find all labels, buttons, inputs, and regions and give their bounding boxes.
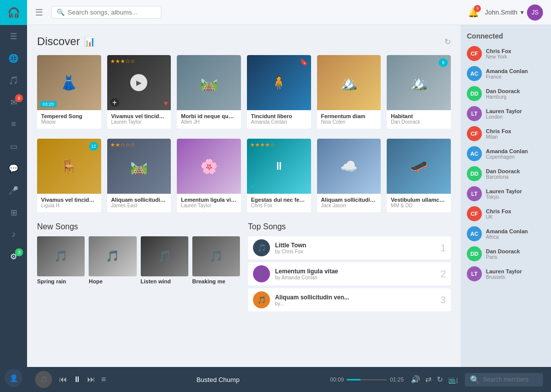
sidebar-item-mic[interactable]: 🎤 <box>0 179 27 201</box>
album-card-egestas[interactable]: ⏸ ★★★★☆ ✔ ♡ Egestas dui nec ferment... C… <box>247 139 311 212</box>
sidebar-item-tv[interactable]: ▭ <box>0 135 27 157</box>
album-card-tincidunt[interactable]: 🧍 🔖 Tincidunt libero Amanda Conlan <box>247 55 311 129</box>
search-members-input[interactable] <box>483 376 538 383</box>
album-card-vestibulum[interactable]: 🛹 Vestibulum ullamcorper MM & DD <box>387 139 451 212</box>
volume-icon[interactable]: 🔊 <box>411 375 420 384</box>
top-songs-section: Top Songs 🎵 Little Town by Chris Fox 1 🎵 <box>248 222 451 311</box>
new-song-name: Listen wind <box>141 278 188 284</box>
sidebar-item-music[interactable]: 🎵 <box>0 69 27 91</box>
album-badge: 6 <box>439 58 448 67</box>
contact-item-10[interactable]: DD Dan Doorack Paris <box>467 246 545 261</box>
contact-item-2[interactable]: DD Dan Doorack Hamburg <box>467 86 545 101</box>
contact-info: Amanda Conlan Copenhagen <box>486 148 528 160</box>
sidebar-item-grid[interactable]: ⊞ <box>0 201 27 223</box>
contact-item-1[interactable]: AC Amanda Conlan France <box>467 66 545 81</box>
sidebar-avatar-icon: 👤 <box>10 374 18 382</box>
contact-location: Barcelona <box>486 174 520 180</box>
fav-icon[interactable]: ♡ <box>302 183 308 191</box>
album-card-morbi[interactable]: 🛤️ Morbi id neque quam li... Allen JH <box>177 55 241 129</box>
album-card-aliquam1[interactable]: 🛤️ ★★☆☆☆ Aliquam sollicitudin ven... Jam… <box>107 139 171 212</box>
top-song-aliquam[interactable]: 🎵 Aliquam sollicitudin ven... by... 3 <box>248 288 451 311</box>
contact-item-11[interactable]: LT Lauren Taylor Brussels <box>467 266 545 281</box>
user-info[interactable]: John.Smith ▾ JS <box>485 5 543 21</box>
album-card-habitant[interactable]: 🏔️ 6 Habitant Dan Doorack <box>387 55 451 129</box>
sidebar-item-settings[interactable]: ⚙ 3 <box>0 245 27 267</box>
bottom-sections: New Songs 🎵 Spring rain 🎵 Hope 🎵 List <box>37 222 451 311</box>
rewind-button[interactable]: ⏮ <box>59 375 67 384</box>
topbar-menu-icon[interactable]: ☰ <box>35 7 43 18</box>
pause-button[interactable]: ⏸ <box>73 375 81 384</box>
shuffle-icon[interactable]: ⇄ <box>425 375 432 384</box>
contact-item-5[interactable]: AC Amanda Conlan Copenhagen <box>467 146 545 161</box>
contact-item-9[interactable]: AC Amanda Conlan Africa <box>467 226 545 241</box>
contact-item-7[interactable]: LT Lauren Taylor Tokyo <box>467 186 545 201</box>
contact-location: Hamburg <box>486 94 520 100</box>
play-icon[interactable]: ▶ <box>130 74 147 91</box>
search-bar[interactable]: 🔍 <box>51 6 161 19</box>
contact-info: Chris Fox UK <box>486 208 511 220</box>
contact-item-0[interactable]: CF Chris Fox New York <box>467 46 545 61</box>
contact-avatar: CF <box>467 46 482 61</box>
search-input[interactable] <box>68 9 156 16</box>
repeat-icon[interactable]: ↻ <box>437 375 443 384</box>
search-members-bar[interactable]: 🔍 <box>465 373 543 386</box>
new-songs-title: New Songs <box>37 222 240 231</box>
forward-button[interactable]: ⏭ <box>87 375 95 384</box>
player-icons: 🔊 ⇄ ↻ 📺 <box>411 375 458 384</box>
mail-badge: 6 <box>15 94 23 102</box>
chevron-down-icon: ▾ <box>520 9 524 16</box>
notification-bell[interactable]: 🔔 3 <box>468 7 479 18</box>
album-card-vivamus1[interactable]: ▶ ★★★☆☆ + ♥ Vivamus vel tincidunt li... … <box>107 55 171 129</box>
album-info: Egestas dui nec ferment... Chris Fox <box>247 194 311 212</box>
sidebar-item-globe[interactable]: 🌐 <box>0 47 27 69</box>
sidebar-item-chat[interactable]: 💬 <box>0 157 27 179</box>
contact-item-3[interactable]: LT Lauren Taylor London <box>467 106 545 121</box>
contact-info: Lauren Taylor Tokyo <box>486 188 522 200</box>
album-thumb-bg: 🛹 <box>387 139 451 194</box>
new-song-spring-rain[interactable]: 🎵 Spring rain <box>37 236 85 284</box>
sidebar-item-mail[interactable]: ✉ 6 <box>0 91 27 113</box>
heart-icon[interactable]: ♥ <box>164 99 168 107</box>
new-song-thumb: 🎵 <box>192 236 240 276</box>
new-song-thumb: 🎵 <box>89 236 136 276</box>
sidebar-user-avatar[interactable]: 👤 <box>5 369 23 387</box>
sidebar-logo[interactable]: 🎧 <box>0 0 27 25</box>
contact-name: Chris Fox <box>486 208 511 214</box>
sidebar-item-note[interactable]: ♪ <box>0 223 27 245</box>
top-song-info: Aliquam sollicitudin ven... by... <box>275 294 435 306</box>
album-stars: ★★★☆☆ <box>110 58 135 65</box>
album-card-fermentum[interactable]: 🏔️ Fermentum diam Nisa Colen <box>317 55 381 129</box>
sidebar-item-list[interactable]: ≡ <box>0 113 27 135</box>
contact-item-8[interactable]: CF Chris Fox UK <box>467 206 545 221</box>
chart-icon: 📊 <box>84 36 95 47</box>
contact-item-4[interactable]: CF Chris Fox Milan <box>467 126 545 141</box>
new-song-breaking-me[interactable]: 🎵 Breaking me <box>192 236 240 284</box>
top-song-little-town[interactable]: 🎵 Little Town by Chris Fox 1 <box>248 236 451 259</box>
new-song-name: Hope <box>89 278 136 284</box>
sidebar-item-menu[interactable]: ☰ <box>0 25 27 47</box>
top-song-lementum[interactable]: 🎵 Lementum ligula vitae by Amanda Conlan… <box>248 262 451 285</box>
top-song-artist: by... <box>275 301 435 306</box>
album-name: Vivamus vel tincidunt li... <box>41 197 97 203</box>
refresh-icon[interactable]: ↻ <box>444 37 451 47</box>
player-controls: ⏮ ⏸ ⏭ ≡ <box>59 375 106 384</box>
content-area: Discover 📊 ↻ 👗 03:20 Tempered Song Miaow <box>27 25 461 367</box>
new-song-listen-wind[interactable]: 🎵 Listen wind <box>141 236 188 284</box>
player-progress-bar[interactable] <box>347 379 387 380</box>
screen-icon[interactable]: 📺 <box>448 375 458 384</box>
playlist-button[interactable]: ≡ <box>101 375 106 384</box>
album-card-vivamus2[interactable]: 🪑 12 Vivamus vel tincidunt li... Ligula … <box>37 139 101 212</box>
album-artist: Ligula H <box>41 203 97 208</box>
add-icon[interactable]: + <box>110 98 119 107</box>
album-thumb-bg: 🛤️ <box>177 55 241 110</box>
new-song-hope[interactable]: 🎵 Hope <box>89 236 136 284</box>
album-card-lementum[interactable]: 🌸 Lementum ligula vitae Lauren Taylor <box>177 139 241 212</box>
contact-item-6[interactable]: DD Dan Doorack Barcelona <box>467 166 545 181</box>
album-card-aliquam2[interactable]: ☁️ Aliquam sollicitudin ven... Jack Jaso… <box>317 139 381 212</box>
contact-info: Amanda Conlan Africa <box>486 228 528 240</box>
album-card-tempered-song[interactable]: 👗 03:20 Tempered Song Miaow <box>37 55 101 129</box>
headphone-icon: 🎧 <box>8 7 20 19</box>
pause-icon[interactable]: ⏸ <box>273 160 285 173</box>
contact-name: Lauren Taylor <box>486 188 522 194</box>
contact-name: Lauren Taylor <box>486 108 522 114</box>
